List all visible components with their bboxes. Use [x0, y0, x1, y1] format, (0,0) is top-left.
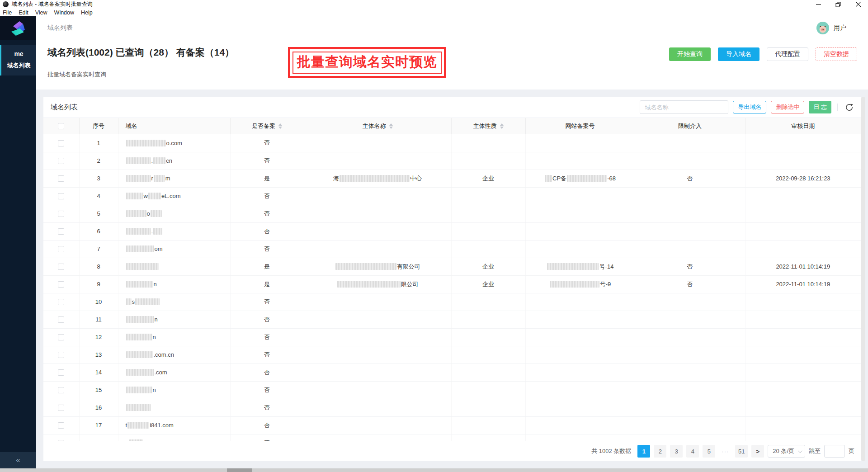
page-size-select[interactable]: 20 条/页	[768, 445, 805, 458]
sidebar-item-label-top: me	[1, 50, 36, 57]
domain-cell: .com	[118, 363, 230, 381]
domain-cell: o.com	[118, 134, 230, 152]
next-page-button[interactable]: >	[751, 445, 764, 458]
close-icon	[856, 2, 861, 7]
import-domains-button[interactable]: 导入域名	[718, 47, 760, 61]
row-checkbox[interactable]	[58, 158, 64, 164]
select-all-checkbox[interactable]	[58, 123, 64, 129]
page-button-2[interactable]: 2	[654, 445, 666, 458]
domain-cell: .cn	[118, 152, 230, 170]
jump-page-input[interactable]	[824, 445, 845, 458]
menu-help[interactable]: Help	[81, 9, 93, 16]
column-label: 是否备案	[252, 123, 275, 129]
export-domains-button[interactable]: 导出域名	[733, 101, 766, 113]
license-cell	[525, 240, 635, 258]
audit-date-cell	[745, 134, 861, 152]
menu-edit[interactable]: Edit	[19, 9, 28, 16]
row-checkbox[interactable]	[58, 422, 64, 429]
table-row: 16否	[43, 399, 861, 416]
restricted-cell	[635, 434, 745, 441]
restore-button[interactable]	[828, 0, 848, 9]
row-checkbox[interactable]	[58, 228, 64, 235]
column-label: 审核日期	[791, 123, 815, 129]
license-cell	[525, 222, 635, 240]
page-button-51[interactable]: 51	[735, 445, 748, 458]
refresh-button[interactable]	[844, 102, 854, 113]
row-checkbox[interactable]	[58, 334, 64, 340]
nature-cell	[451, 222, 525, 240]
audit-date-cell	[745, 399, 861, 416]
row-checkbox[interactable]	[58, 369, 64, 376]
nature-cell	[451, 346, 525, 363]
start-query-button[interactable]: 开始查询	[669, 47, 711, 61]
sort-caret-icon[interactable]	[389, 123, 393, 129]
row-checkbox[interactable]	[58, 193, 64, 199]
select-all-header	[43, 118, 79, 134]
menu-bar: FileEditViewWindowHelp	[0, 9, 868, 16]
taskbar-strip	[0, 468, 868, 472]
filed-cell: 是	[230, 258, 304, 275]
row-checkbox[interactable]	[58, 140, 64, 146]
audit-date-cell	[745, 311, 861, 328]
domain-cell: .	[118, 222, 230, 240]
redacted-text	[153, 228, 162, 235]
sort-caret-icon[interactable]	[278, 123, 282, 129]
row-checkbox[interactable]	[58, 299, 64, 305]
redacted-text	[567, 175, 607, 182]
owner-cell: 有限公司	[304, 258, 451, 275]
row-checkbox[interactable]	[58, 316, 64, 323]
domain-cell: rm	[118, 170, 230, 187]
row-checkbox[interactable]	[58, 246, 64, 252]
menu-view[interactable]: View	[35, 9, 47, 16]
page-button-3[interactable]: 3	[670, 445, 683, 458]
audit-date-cell: 2022-11-01 10:14:19	[745, 275, 861, 293]
sidebar-collapse-button[interactable]: «	[0, 452, 36, 468]
page-button-5[interactable]: 5	[703, 445, 715, 458]
domain-cell: weL.com	[118, 187, 230, 205]
vertical-scrollbar[interactable]	[861, 97, 865, 461]
audit-date-cell	[745, 240, 861, 258]
domain-cell: om	[118, 240, 230, 258]
search-input[interactable]	[640, 100, 728, 114]
clear-data-button[interactable]: 清空数据	[816, 47, 857, 61]
license-cell	[525, 363, 635, 381]
filed-cell: 否	[230, 363, 304, 381]
sidebar-item-domain-list[interactable]: me 域名列表	[0, 45, 36, 76]
menu-window[interactable]: Window	[54, 9, 74, 16]
proxy-config-button[interactable]: 代理配置	[767, 47, 808, 61]
filed-cell: 否	[230, 346, 304, 363]
column-header-主体性质[interactable]: 主体性质	[451, 118, 525, 134]
audit-date-cell	[745, 328, 861, 346]
row-checkbox[interactable]	[58, 264, 64, 270]
menu-file[interactable]: File	[3, 9, 12, 16]
user-menu[interactable]: 用户	[816, 22, 846, 34]
row-checkbox[interactable]	[58, 352, 64, 358]
row-checkbox[interactable]	[58, 211, 64, 217]
page-button-1[interactable]: 1	[637, 445, 650, 458]
redacted-text	[126, 281, 153, 288]
column-header-是否备案[interactable]: 是否备案	[230, 118, 304, 134]
row-number: 4	[79, 187, 118, 205]
license-cell	[525, 399, 635, 416]
page-button-4[interactable]: 4	[686, 445, 699, 458]
close-button[interactable]	[848, 0, 868, 9]
delete-selected-button[interactable]: 删除选中	[771, 101, 804, 113]
minimize-button[interactable]	[808, 0, 828, 9]
row-checkbox[interactable]	[58, 281, 64, 288]
owner-cell	[304, 416, 451, 434]
row-checkbox[interactable]	[58, 175, 64, 182]
column-header-主体名称[interactable]: 主体名称	[304, 118, 451, 134]
row-number: 14	[79, 363, 118, 381]
page-size-value: 20 条/页	[773, 447, 794, 455]
row-number: 13	[79, 346, 118, 363]
row-checkbox[interactable]	[58, 387, 64, 393]
row-checkbox[interactable]	[58, 405, 64, 411]
restricted-cell	[635, 399, 745, 416]
audit-date-cell	[745, 434, 861, 441]
column-header-审核日期: 审核日期	[745, 118, 861, 134]
table-header: 序号域名是否备案主体名称主体性质网站备案号限制介入审核日期	[43, 118, 861, 134]
log-button[interactable]: 日 志	[809, 101, 831, 113]
nature-cell	[451, 205, 525, 222]
page-ellipsis: ···	[719, 445, 731, 458]
sort-caret-icon[interactable]	[500, 123, 504, 129]
